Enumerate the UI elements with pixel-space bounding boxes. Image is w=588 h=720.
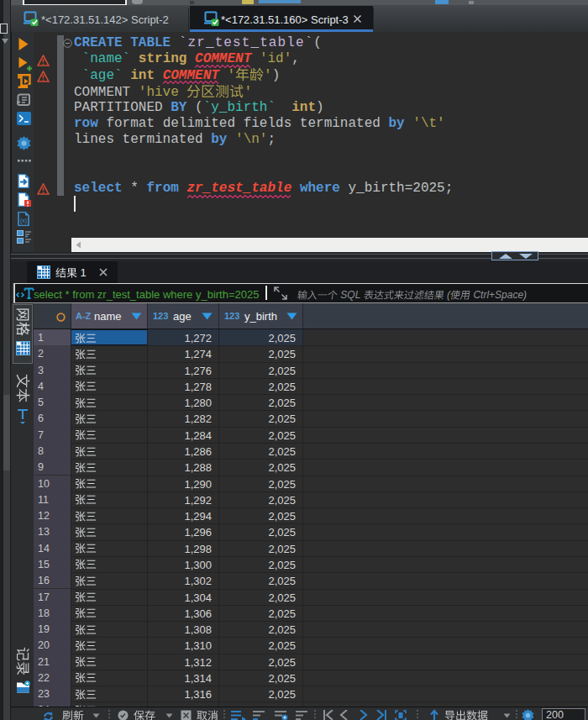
svg-text:(x): (x)	[20, 218, 27, 224]
